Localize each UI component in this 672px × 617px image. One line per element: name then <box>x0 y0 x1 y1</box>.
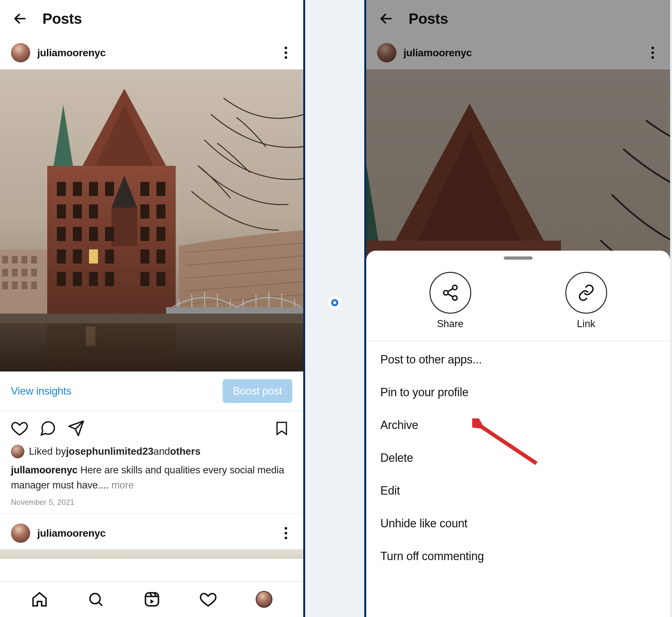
heart-icon <box>11 420 28 437</box>
post-image[interactable] <box>0 69 303 372</box>
svg-rect-11 <box>2 256 8 263</box>
liked-name: josephunlimited23 <box>66 446 153 457</box>
menu-unhide-like-count[interactable]: Unhide like count <box>366 507 670 540</box>
svg-rect-33 <box>140 182 149 196</box>
more-options-button[interactable] <box>280 527 292 540</box>
menu-delete[interactable]: Delete <box>366 441 670 474</box>
liked-others: others <box>170 446 201 457</box>
share-button[interactable] <box>67 420 85 437</box>
svg-point-109 <box>444 290 448 295</box>
svg-point-81 <box>651 56 654 59</box>
svg-rect-69 <box>0 314 303 323</box>
divider-handle[interactable] <box>328 296 341 310</box>
like-button[interactable] <box>11 420 28 437</box>
back-button[interactable] <box>11 10 29 28</box>
username-label[interactable]: juliamoorenyc <box>37 527 106 539</box>
svg-rect-49 <box>140 249 149 263</box>
svg-point-75 <box>285 537 287 539</box>
share-action[interactable]: Share <box>429 272 471 330</box>
svg-rect-78 <box>145 593 159 606</box>
avatar[interactable] <box>377 43 396 62</box>
svg-rect-40 <box>57 227 66 241</box>
comment-button[interactable] <box>39 420 56 437</box>
paper-plane-icon <box>67 420 85 437</box>
svg-rect-19 <box>2 281 8 289</box>
svg-rect-18 <box>31 269 37 276</box>
svg-rect-36 <box>73 204 82 218</box>
post-header: juliamoorenyc <box>366 37 670 69</box>
avatar-icon <box>256 591 272 608</box>
caption-more: more <box>111 479 134 491</box>
share-circle <box>429 272 471 314</box>
svg-point-76 <box>90 594 100 604</box>
nav-profile[interactable] <box>256 591 272 608</box>
link-label: Link <box>577 318 595 330</box>
post-caption[interactable]: jullamoorenyc Here are skills and qualit… <box>0 461 303 496</box>
nav-home[interactable] <box>31 591 48 608</box>
link-icon <box>577 284 595 302</box>
comment-icon <box>39 420 56 437</box>
svg-rect-52 <box>73 272 82 286</box>
svg-rect-29 <box>57 182 66 196</box>
dots-vertical-icon <box>284 46 288 59</box>
menu-edit[interactable]: Edit <box>366 474 670 507</box>
link-action[interactable]: Link <box>565 272 607 330</box>
liker-avatar <box>11 445 24 458</box>
insights-row: View insights Boost post <box>0 372 303 411</box>
dots-vertical-icon <box>284 527 288 540</box>
home-icon <box>31 591 48 608</box>
menu-archive[interactable]: Archive <box>366 409 670 441</box>
svg-rect-38 <box>140 204 149 218</box>
svg-rect-16 <box>12 269 18 276</box>
svg-rect-44 <box>140 227 149 241</box>
menu-pin-to-profile[interactable]: Pin to your profile <box>366 376 670 409</box>
arrow-left-icon <box>13 11 27 26</box>
svg-rect-20 <box>12 281 18 289</box>
svg-rect-41 <box>73 227 82 241</box>
svg-line-112 <box>448 294 453 297</box>
arrow-left-icon <box>379 11 393 26</box>
bookmark-button[interactable] <box>274 420 290 437</box>
nav-reels[interactable] <box>143 591 160 608</box>
username-label[interactable]: juliamoorenyc <box>37 47 106 59</box>
phone-left: Posts juliamoorenyc <box>0 0 305 617</box>
dots-vertical-icon <box>651 46 654 59</box>
svg-rect-17 <box>22 269 27 276</box>
svg-rect-53 <box>89 272 98 286</box>
options-bottom-sheet: Share Link Post to other apps... Pin to … <box>366 251 670 617</box>
svg-point-79 <box>651 47 654 49</box>
more-options-button[interactable] <box>646 46 659 59</box>
search-icon <box>87 591 104 608</box>
back-button[interactable] <box>377 10 395 28</box>
sheet-top-actions: Share Link <box>366 269 670 341</box>
svg-rect-27 <box>111 208 137 246</box>
view-insights-link[interactable]: View insights <box>11 385 71 397</box>
liked-by-row[interactable]: Liked by josephunlimited23 and others <box>0 443 303 461</box>
username-label[interactable]: juliamoorenyc <box>403 47 472 59</box>
bookmark-icon <box>274 420 290 437</box>
bottom-nav <box>0 581 303 617</box>
svg-rect-12 <box>12 256 18 263</box>
svg-point-80 <box>651 51 654 54</box>
more-options-button[interactable] <box>280 46 292 59</box>
sheet-grabber[interactable] <box>504 256 533 260</box>
header: Posts <box>366 0 670 37</box>
header: Posts <box>0 0 303 37</box>
svg-point-110 <box>452 296 457 300</box>
divider-gap <box>305 0 366 617</box>
next-post-image-sliver <box>0 549 303 559</box>
menu-post-to-other-apps[interactable]: Post to other apps... <box>366 343 670 376</box>
avatar[interactable] <box>11 524 30 543</box>
page-title: Posts <box>42 10 82 27</box>
menu-turn-off-commenting[interactable]: Turn off commenting <box>366 540 670 573</box>
boost-post-button[interactable]: Boost post <box>223 379 292 403</box>
nav-search[interactable] <box>87 591 104 608</box>
menu-list: Post to other apps... Pin to your profil… <box>366 341 670 575</box>
avatar[interactable] <box>11 43 30 62</box>
svg-rect-51 <box>57 272 66 286</box>
svg-line-111 <box>448 288 453 291</box>
svg-point-2 <box>285 56 287 59</box>
svg-point-1 <box>285 51 287 54</box>
nav-activity[interactable] <box>200 591 217 608</box>
svg-point-73 <box>285 527 287 530</box>
